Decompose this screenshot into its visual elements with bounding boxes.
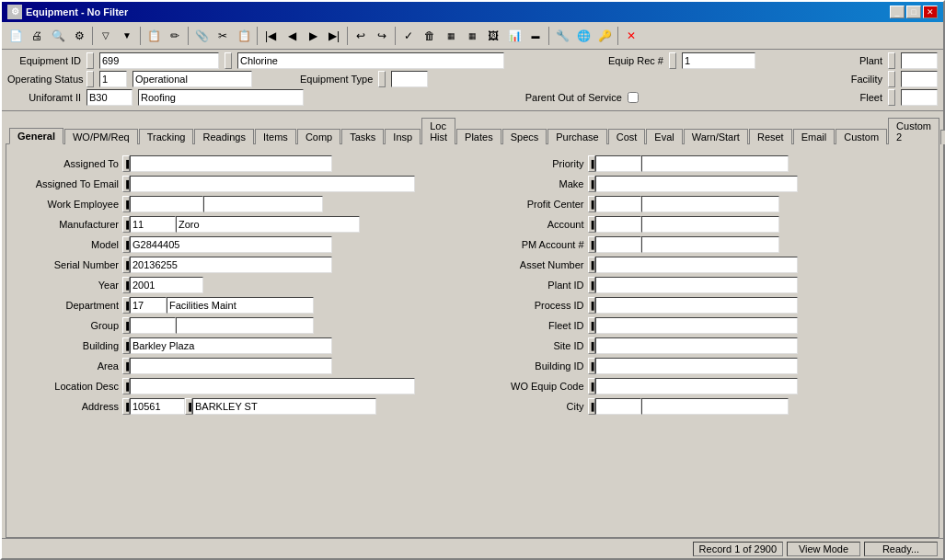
toolbar-web[interactable]: 🌐 — [573, 26, 594, 46]
tab-more[interactable]: C▶ — [940, 130, 945, 144]
building-id-input[interactable] — [595, 358, 798, 374]
pm-account-code-input[interactable] — [595, 236, 641, 253]
tab-general[interactable]: General — [9, 128, 63, 144]
assigned-to-input[interactable] — [130, 155, 332, 172]
asset-number-input[interactable] — [595, 257, 798, 273]
toolbar-x[interactable]: ✕ — [621, 26, 641, 46]
equip-type-bracket[interactable] — [378, 71, 386, 87]
asset-number-bracket[interactable]: ▐ — [588, 257, 595, 273]
serial-number-input[interactable] — [130, 257, 332, 273]
priority-name-input[interactable] — [641, 155, 789, 172]
tab-tracking[interactable]: Tracking — [139, 129, 194, 144]
tab-comp[interactable]: Comp — [297, 129, 340, 144]
fleet-id-bracket[interactable]: ▐ — [588, 317, 595, 334]
manufacturer-name-input[interactable] — [176, 216, 360, 233]
profit-center-name-input[interactable] — [641, 196, 779, 212]
model-bracket[interactable]: ▐ — [122, 236, 130, 253]
fleet-bracket[interactable] — [888, 89, 895, 106]
profit-center-bracket[interactable]: ▐ — [588, 196, 595, 212]
city-bracket[interactable]: ▐ — [588, 398, 595, 415]
tab-custom[interactable]: Custom — [836, 129, 887, 144]
parent-out-checkbox[interactable] — [628, 92, 639, 103]
building-bracket[interactable]: ▐ — [122, 337, 130, 354]
building-id-bracket[interactable]: ▐ — [588, 358, 595, 374]
uniforamt-code-input[interactable] — [86, 89, 133, 106]
tab-tasks[interactable]: Tasks — [341, 129, 384, 144]
manufacturer-code-input[interactable] — [130, 216, 176, 233]
equip-id-bracket1[interactable] — [86, 52, 94, 69]
equip-rec-bracket[interactable] — [669, 52, 676, 69]
close-button[interactable]: ✕ — [923, 6, 938, 18]
building-input[interactable] — [130, 337, 332, 354]
toolbar-filter[interactable]: ▽ — [96, 26, 116, 46]
address-num-input[interactable] — [130, 398, 185, 415]
tab-specs[interactable]: Specs — [502, 129, 547, 144]
tab-purchase[interactable]: Purchase — [547, 129, 606, 144]
tab-email[interactable]: Email — [793, 129, 836, 144]
toolbar-filter2[interactable]: ▼ — [117, 26, 137, 46]
model-input[interactable] — [130, 236, 332, 253]
uniforamt-desc-input[interactable] — [138, 89, 304, 106]
toolbar-forward[interactable]: ↪ — [372, 26, 392, 46]
toolbar-img[interactable]: 🖼 — [483, 26, 503, 46]
op-status-text[interactable] — [133, 71, 252, 87]
toolbar-find[interactable]: 🔍 — [48, 26, 68, 46]
assigned-to-email-input[interactable] — [130, 176, 415, 192]
fleet-input[interactable] — [901, 89, 938, 106]
tab-items[interactable]: Items — [255, 129, 296, 144]
toolbar-report[interactable]: 📊 — [504, 26, 524, 46]
location-desc-input[interactable] — [130, 378, 415, 394]
toolbar-wrench[interactable]: 🔧 — [552, 26, 572, 46]
account-name-input[interactable] — [641, 216, 779, 233]
toolbar-print[interactable]: 🖨 — [27, 26, 47, 46]
op-status-bracket1[interactable] — [86, 71, 94, 87]
city-name-input[interactable] — [641, 398, 789, 415]
assigned-to-email-bracket[interactable]: ▐ — [122, 176, 130, 192]
group-bracket[interactable]: ▐ — [122, 317, 130, 334]
address-street-input[interactable] — [192, 398, 376, 415]
facility-bracket[interactable] — [888, 71, 895, 87]
toolbar-edit[interactable]: ✏ — [165, 26, 185, 46]
toolbar-save[interactable]: ✓ — [398, 26, 419, 46]
plant-id-bracket[interactable]: ▐ — [588, 277, 595, 293]
tab-readings[interactable]: Readings — [194, 129, 253, 144]
op-status-num[interactable] — [99, 71, 127, 87]
tab-wo-pm-req[interactable]: WO/PM/Req — [64, 129, 138, 144]
priority-bracket[interactable]: ▐ — [588, 155, 595, 172]
toolbar-cut[interactable]: ✂ — [213, 26, 233, 46]
toolbar-last[interactable]: ▶| — [324, 26, 344, 46]
process-id-bracket[interactable]: ▐ — [588, 297, 595, 314]
serial-number-bracket[interactable]: ▐ — [122, 257, 130, 273]
profit-center-code-input[interactable] — [595, 196, 641, 212]
plant-input[interactable] — [901, 52, 938, 69]
area-input[interactable] — [130, 358, 332, 374]
toolbar-tools[interactable]: ⚙ — [69, 26, 89, 46]
toolbar-back[interactable]: ↩ — [351, 26, 371, 46]
toolbar-new[interactable]: 📄 — [6, 26, 26, 46]
minimize-button[interactable]: _ — [890, 6, 905, 18]
toolbar-chart1[interactable]: ▦ — [441, 26, 461, 46]
toolbar-chart2[interactable]: ▦ — [462, 26, 482, 46]
toolbar-copy[interactable]: 📋 — [234, 26, 254, 46]
account-code-input[interactable] — [595, 216, 641, 233]
year-input[interactable] — [130, 277, 203, 293]
site-id-bracket[interactable]: ▐ — [588, 337, 595, 354]
work-employee-bracket[interactable]: ▐ — [122, 196, 130, 212]
account-bracket[interactable]: ▐ — [588, 216, 595, 233]
toolbar-delete[interactable]: 🗑 — [420, 26, 440, 46]
process-id-input[interactable] — [595, 297, 798, 314]
toolbar-prev[interactable]: ◀ — [282, 26, 302, 46]
work-employee-input2[interactable] — [203, 196, 323, 212]
pm-account-name-input[interactable] — [641, 236, 779, 253]
location-desc-bracket[interactable]: ▐ — [122, 378, 130, 394]
toolbar-bar1[interactable]: ▬ — [525, 26, 546, 46]
work-employee-input1[interactable] — [130, 196, 203, 212]
address-bracket2[interactable]: ▐ — [185, 398, 192, 415]
tab-plates[interactable]: Plates — [456, 129, 501, 144]
equip-type-input[interactable] — [391, 71, 428, 87]
facility-input[interactable] — [901, 71, 938, 87]
maximize-button[interactable]: □ — [906, 6, 921, 18]
toolbar-next[interactable]: ▶ — [303, 26, 323, 46]
tab-reset[interactable]: Reset — [749, 129, 792, 144]
address-bracket1[interactable]: ▐ — [122, 398, 130, 415]
